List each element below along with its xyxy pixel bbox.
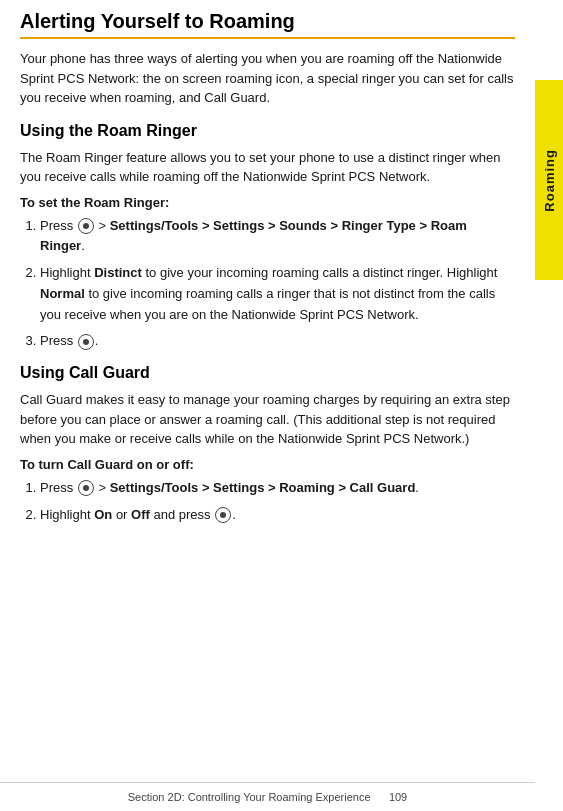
step-1-3: Press .: [40, 331, 515, 352]
ok-icon-1: [78, 334, 94, 350]
footer-section: Section 2D: Controlling Your Roaming Exp…: [128, 791, 371, 803]
page-wrapper: Roaming Alerting Yourself to Roaming You…: [0, 0, 563, 811]
section1-subsection-label: To set the Roam Ringer:: [20, 195, 515, 210]
step-2-2: Highlight On or Off and press .: [40, 505, 515, 526]
step-1-3-press: Press: [40, 333, 77, 348]
section2-title: Using Call Guard: [20, 364, 515, 382]
step-2-1-path: > Settings/Tools > Settings > Roaming > …: [95, 480, 419, 495]
menu-icon-1: [78, 218, 94, 234]
sidebar-label: Roaming: [542, 149, 557, 212]
step-1-1-press: Press: [40, 218, 77, 233]
section1-title: Using the Roam Ringer: [20, 122, 515, 140]
step-1-1: Press > Settings/Tools > Settings > Soun…: [40, 216, 515, 258]
menu-icon-2: [78, 480, 94, 496]
section2-body: Call Guard makes it easy to manage your …: [20, 390, 515, 449]
step-2-2-period: .: [232, 507, 236, 522]
section1-body: The Roam Ringer feature allows you to se…: [20, 148, 515, 187]
footer-page-number: 109: [389, 791, 407, 803]
page-title: Alerting Yourself to Roaming: [20, 10, 515, 39]
step-1-2: Highlight Distinct to give your incoming…: [40, 263, 515, 325]
section2-steps: Press > Settings/Tools > Settings > Roam…: [40, 478, 515, 526]
step-1-3-period: .: [95, 333, 99, 348]
step-2-1: Press > Settings/Tools > Settings > Roam…: [40, 478, 515, 499]
intro-paragraph: Your phone has three ways of alerting yo…: [20, 49, 515, 108]
ok-icon-2: [215, 507, 231, 523]
step-2-1-press: Press: [40, 480, 77, 495]
section1-steps: Press > Settings/Tools > Settings > Soun…: [40, 216, 515, 353]
step-1-2-text: Highlight Distinct to give your incoming…: [40, 265, 497, 322]
footer: Section 2D: Controlling Your Roaming Exp…: [0, 782, 535, 811]
sidebar-tab: Roaming: [535, 80, 563, 280]
step-1-1-path: > Settings/Tools > Settings > Sounds > R…: [40, 218, 467, 254]
main-content: Alerting Yourself to Roaming Your phone …: [0, 0, 535, 547]
section2-subsection-label: To turn Call Guard on or off:: [20, 457, 515, 472]
step-2-2-text: Highlight On or Off and press: [40, 507, 214, 522]
